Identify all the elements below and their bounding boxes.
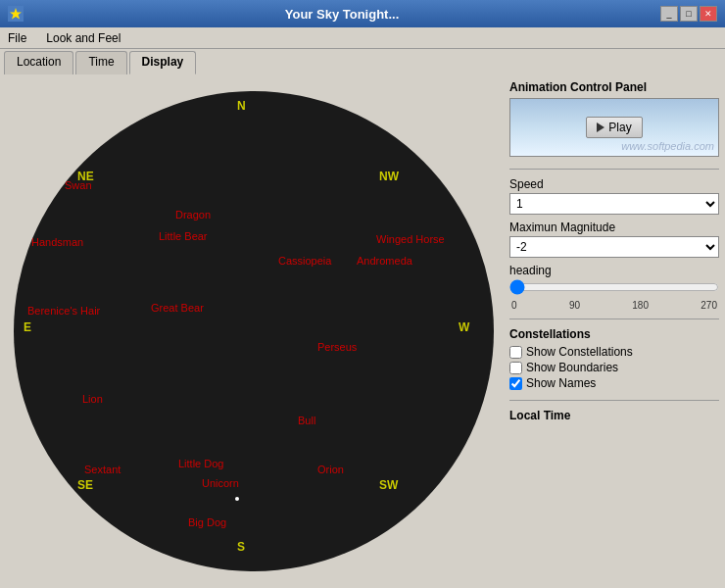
tab-display[interactable]: Display [129, 51, 197, 74]
const-little-dog: Little Dog [178, 458, 223, 469]
show-names-row: Show Names [509, 376, 719, 390]
const-big-dog: Big Dog [188, 516, 226, 528]
compass-SE: SE [77, 478, 93, 492]
play-button[interactable]: Play [586, 117, 642, 138]
tab-time[interactable]: Time [75, 51, 126, 74]
play-label: Play [608, 121, 631, 134]
magnitude-label: Maximun Magnitude [509, 220, 719, 234]
tick-90: 90 [569, 300, 580, 311]
const-cassiopeia: Cassiopeia [278, 255, 331, 267]
const-swan: Swan [65, 179, 92, 191]
heading-slider-container [509, 279, 719, 298]
window-controls: _ □ ✕ [660, 6, 717, 22]
const-bull: Bull [298, 415, 315, 426]
constellations-section: Constellations Show Constellations Show … [509, 327, 719, 392]
const-little-bear: Little Bear [159, 230, 208, 242]
show-constellations-row: Show Constellations [509, 345, 719, 359]
tick-180: 180 [632, 300, 649, 311]
local-time-section: Local Time [509, 409, 719, 426]
heading-slider[interactable] [509, 279, 719, 295]
sky-panel[interactable]: N NE NW E W SE SW S Swan Dragon Little B… [4, 78, 504, 584]
sky-circle[interactable]: N NE NW E W SE SW S Swan Dragon Little B… [14, 91, 494, 571]
speed-label: Speed [509, 177, 719, 191]
main-content: N NE NW E W SE SW S Swan Dragon Little B… [0, 74, 725, 588]
compass-SW: SW [379, 478, 398, 492]
tab-bar: Location Time Display [0, 49, 725, 74]
play-icon [597, 122, 604, 132]
show-constellations-label: Show Constellations [526, 345, 633, 359]
show-names-label: Show Names [526, 376, 596, 390]
menu-file[interactable]: File [4, 30, 30, 46]
const-handsman: Handsman [31, 236, 83, 248]
show-names-checkbox[interactable] [509, 377, 522, 390]
const-unicorn: Unicorn [202, 477, 239, 489]
compass-NW: NW [379, 170, 399, 183]
menu-look-and-feel[interactable]: Look and Feel [42, 30, 124, 46]
watermark: www.softpedia.com [621, 140, 714, 152]
animation-box: Play www.softpedia.com [509, 98, 719, 157]
menu-bar: File Look and Feel [0, 27, 725, 49]
const-lion: Lion [82, 393, 103, 405]
speed-section: Speed 1 2 5 10 50 100 [509, 177, 719, 215]
divider-3 [509, 400, 719, 401]
const-dragon: Dragon [175, 209, 211, 220]
show-boundaries-row: Show Boundaries [509, 361, 719, 374]
tab-location[interactable]: Location [4, 51, 73, 74]
show-boundaries-label: Show Boundaries [526, 361, 618, 374]
app-icon [8, 6, 24, 22]
divider-2 [509, 318, 719, 319]
const-orion: Orion [317, 464, 344, 475]
heading-section: heading 0 90 180 270 [509, 264, 719, 311]
star-dot [235, 497, 239, 501]
right-panel: Animation Control Panel Play www.softped… [508, 78, 721, 584]
animation-section: Animation Control Panel Play www.softped… [509, 80, 719, 161]
const-great-bear: Great Bear [151, 302, 204, 314]
heading-label: heading [509, 264, 719, 277]
minimize-button[interactable]: _ [660, 6, 678, 22]
local-time-label: Local Time [509, 409, 719, 422]
magnitude-section: Maximun Magnitude -2 -1 0 1 2 3 4 5 6 [509, 220, 719, 258]
compass-W: W [459, 320, 469, 334]
close-button[interactable]: ✕ [700, 6, 717, 22]
heading-ticks: 0 90 180 270 [509, 300, 719, 311]
const-winged-horse: Winged Horse [376, 233, 445, 245]
divider-1 [509, 169, 719, 170]
magnitude-select[interactable]: -2 -1 0 1 2 3 4 5 6 [509, 236, 719, 258]
animation-title: Animation Control Panel [509, 80, 719, 94]
const-sextant: Sextant [84, 464, 121, 475]
show-constellations-checkbox[interactable] [509, 346, 522, 359]
const-andromeda: Andromeda [357, 255, 412, 267]
speed-select[interactable]: 1 2 5 10 50 100 [509, 193, 719, 215]
maximize-button[interactable]: □ [680, 6, 698, 22]
title-bar: Your Sky Tonight... _ □ ✕ [0, 0, 725, 27]
compass-N: N [237, 99, 246, 113]
window-title: Your Sky Tonight... [24, 7, 660, 22]
const-perseus: Perseus [317, 341, 357, 353]
compass-S: S [237, 540, 245, 554]
compass-E: E [24, 320, 31, 334]
show-boundaries-checkbox[interactable] [509, 362, 522, 374]
tick-270: 270 [701, 300, 717, 311]
constellations-title: Constellations [509, 327, 719, 341]
const-berenices-hair: Berenice's Hair [27, 305, 100, 317]
tick-0: 0 [511, 300, 517, 311]
svg-marker-0 [10, 8, 22, 20]
